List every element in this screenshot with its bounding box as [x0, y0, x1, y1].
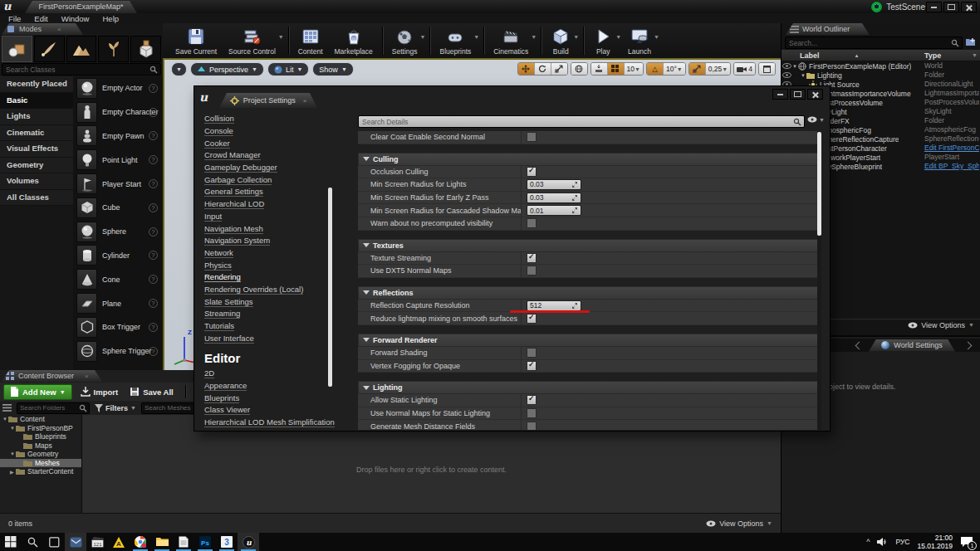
outliner-search-input[interactable] [786, 39, 951, 47]
taskbar-app-button[interactable] [173, 533, 194, 551]
help-icon[interactable]: ? [149, 203, 158, 212]
cb-view-options[interactable]: View Options ▼ [706, 519, 772, 528]
folder-tree-item[interactable]: ▼ Content [0, 415, 81, 424]
help-icon[interactable]: ? [149, 275, 158, 284]
details-view-options[interactable]: ▼ [807, 116, 825, 123]
translate-tool-button[interactable] [518, 63, 535, 75]
mode-category[interactable]: Volumes [0, 173, 73, 190]
settings-section-header[interactable]: Culling [358, 153, 820, 166]
type-filter-icon[interactable]: ▼ [972, 52, 978, 58]
help-icon[interactable]: ? [149, 108, 158, 117]
mode-category[interactable]: All Classes [0, 190, 73, 207]
angle-snap-value[interactable]: 10°▼ [664, 63, 685, 75]
help-icon[interactable]: ? [149, 179, 158, 188]
toolbar-button[interactable]: Save Current [169, 24, 223, 57]
project-tab[interactable]: FirstPersonExampleMap* [25, 1, 137, 13]
lit-button[interactable]: Lit▼ [267, 62, 309, 76]
close-button[interactable] [807, 89, 823, 100]
chevron-down-icon[interactable]: ▼ [615, 34, 621, 40]
taskbar-app-button[interactable]: A [108, 533, 130, 551]
setting-checkbox[interactable] [527, 314, 537, 324]
action-center-button[interactable]: 1 [960, 536, 973, 548]
maximize-viewport-button[interactable] [759, 63, 775, 75]
toolbar-button[interactable]: Blueprints [434, 24, 477, 57]
settings-nav-item[interactable]: Cooker [204, 137, 350, 149]
content-browser-tab[interactable]: Content Browser × [2, 370, 102, 382]
paint-mode-button[interactable] [34, 36, 65, 62]
mode-category[interactable]: Lights [0, 109, 73, 125]
setting-checkbox[interactable] [527, 408, 537, 418]
folder-tree-item[interactable]: ▶ StarterContent [0, 467, 81, 476]
placeable-item[interactable]: Plane ? [73, 291, 163, 315]
settings-nav-item[interactable]: Collision [204, 113, 350, 125]
mode-category[interactable]: Basic [0, 93, 73, 110]
search-details-input[interactable] [359, 118, 793, 126]
taskbar-app-button[interactable] [151, 533, 173, 551]
menu-item[interactable]: File [8, 14, 21, 23]
help-icon[interactable]: ? [149, 155, 158, 164]
grid-snap-button[interactable] [608, 63, 625, 75]
folder-tree-item[interactable]: Meshes [0, 459, 81, 468]
settings-section-header[interactable]: Lighting [358, 381, 820, 394]
expand-arrow-icon[interactable]: ▼ [792, 64, 798, 69]
maximize-button[interactable] [943, 2, 959, 12]
close-icon[interactable]: × [85, 373, 89, 380]
setting-number-field[interactable]: 0.03 [527, 193, 581, 203]
place-mode-button[interactable] [2, 36, 32, 62]
folder-tree-item[interactable]: ▼ Geometry [0, 450, 81, 459]
help-icon[interactable]: ? [149, 299, 158, 308]
close-button[interactable] [961, 2, 977, 12]
expand-arrow-icon[interactable]: ▼ [801, 73, 806, 78]
setting-number-field[interactable]: 0.03 [527, 179, 581, 190]
visibility-eye-icon[interactable] [782, 63, 792, 69]
spinner-icon[interactable] [571, 181, 578, 188]
toolbar-button[interactable]: Source Control [223, 24, 282, 57]
filters-button[interactable]: Filters ▼ [95, 404, 136, 412]
placeable-item[interactable]: Point Light ? [73, 148, 163, 172]
expand-arrow-icon[interactable]: ▼ [2, 417, 8, 422]
world-settings-tab[interactable]: World Settings [869, 339, 955, 352]
chevron-right-icon[interactable] [964, 341, 973, 349]
chevron-down-icon[interactable]: ▼ [531, 34, 537, 40]
settings-nav-item[interactable]: Crowd Manager [204, 149, 350, 162]
help-icon[interactable]: ? [149, 323, 158, 332]
toolbar-button[interactable]: Launch [622, 24, 657, 57]
settings-nav-item[interactable]: Class Viewer [204, 404, 350, 417]
perspective-button[interactable]: Perspective▼ [190, 62, 264, 76]
spinner-icon[interactable] [571, 302, 578, 310]
search-folders-input[interactable] [17, 404, 79, 412]
mode-category[interactable]: Recently Placed [0, 76, 73, 93]
camera-speed-button[interactable]: 4 [734, 63, 755, 75]
expand-arrow-icon[interactable]: ▼ [10, 426, 16, 431]
help-icon[interactable]: ? [149, 227, 158, 236]
show-button[interactable]: Show▼ [312, 62, 353, 76]
placeable-item[interactable]: Empty Character ? [73, 100, 163, 124]
mode-category[interactable]: Visual Effects [0, 141, 73, 158]
chevron-down-icon[interactable]: ▼ [420, 34, 426, 40]
outliner-row[interactable]: ▼ Lighting Folder [782, 71, 980, 80]
chevron-down-icon[interactable]: ▼ [654, 34, 659, 40]
placeable-item[interactable]: Sphere Trigger ? [73, 339, 163, 363]
help-icon[interactable]: ? [149, 84, 158, 93]
clock[interactable]: 21:00 15.01.2019 [917, 534, 953, 550]
scale-snap-value[interactable]: 0,25▼ [706, 63, 730, 75]
expand-arrow-icon[interactable]: ▼ [10, 451, 16, 456]
close-icon[interactable]: × [303, 97, 307, 105]
close-icon[interactable]: × [57, 26, 61, 33]
taskbar-app-button[interactable] [0, 533, 22, 551]
menu-item[interactable]: Edit [34, 14, 47, 23]
toolbar-button[interactable]: u Marketplace [329, 24, 379, 57]
placeable-item[interactable]: Empty Actor ? [73, 76, 163, 100]
taskbar-app-button[interactable] [130, 533, 151, 551]
taskbar-app-button[interactable] [65, 533, 86, 551]
setting-checkbox[interactable] [527, 395, 537, 405]
minimize-button[interactable] [772, 89, 788, 100]
save-all-button[interactable]: Save All [126, 387, 177, 397]
settings-nav-item[interactable]: Console [204, 125, 350, 138]
setting-checkbox[interactable] [527, 361, 537, 371]
placeable-item[interactable]: Cone ? [73, 267, 163, 291]
label-column-header[interactable]: Label [782, 51, 820, 60]
grid-snap-value[interactable]: 10▼ [625, 63, 643, 75]
mode-category[interactable]: Cinematic [0, 125, 73, 142]
setting-checkbox[interactable] [527, 422, 537, 430]
